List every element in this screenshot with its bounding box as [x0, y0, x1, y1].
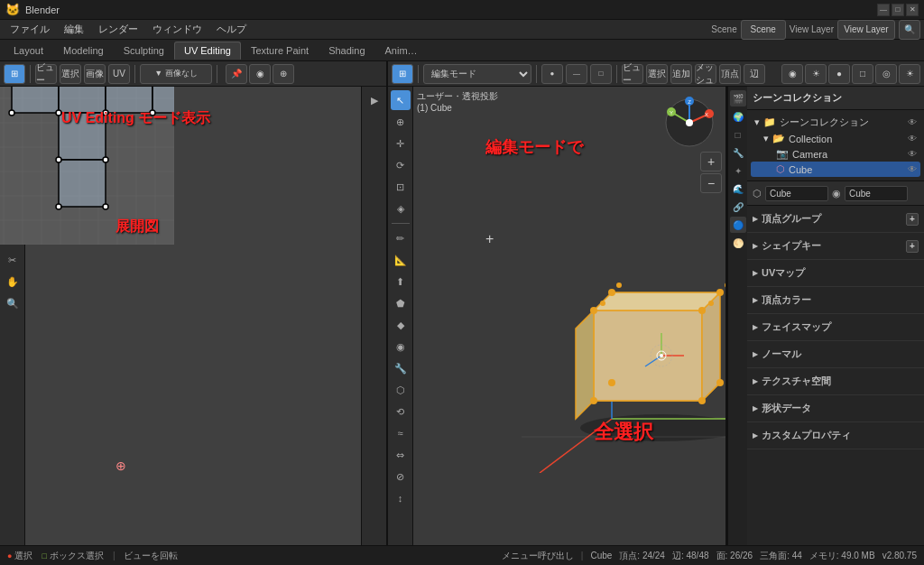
vp-scale-tool[interactable]: ⊡ — [391, 177, 411, 197]
prop-icon-physics[interactable]: 🌊 — [730, 181, 746, 197]
uv-map-toggle[interactable]: ▸ UVマップ — [753, 264, 919, 282]
render-btn[interactable]: ☀ — [899, 64, 920, 84]
uv-select-menu[interactable]: 選択 — [60, 64, 81, 84]
search-button[interactable]: 🔍 — [899, 20, 920, 40]
uv-editor-icon[interactable]: ⊞ — [4, 64, 25, 84]
vp-push-pull-tool[interactable]: ↕ — [391, 488, 411, 508]
normal-toggle[interactable]: ▸ ノーマル — [753, 345, 919, 364]
prop-icon-object[interactable]: □ — [730, 126, 746, 143]
tree-scene[interactable]: ▾ 📁 シーンコレクション 👁 — [751, 114, 920, 131]
viewlayer-select[interactable]: View Layer — [837, 20, 895, 40]
vertex-menu-btn[interactable]: 頂点 — [719, 64, 741, 84]
uv-uv-menu[interactable]: UV — [108, 64, 130, 84]
tab-layout[interactable]: Layout — [4, 42, 53, 60]
xray-btn[interactable]: ☀ — [805, 64, 827, 84]
edit-mode-select[interactable]: 編集モード オブジェクトモード — [423, 64, 531, 84]
vp-cursor-tool[interactable]: ⊕ — [391, 112, 411, 132]
prop-icon-material[interactable]: 🌕 — [730, 235, 746, 251]
prop-icon-data[interactable]: 🔵 — [730, 217, 746, 233]
vp-transform-tool[interactable]: ◈ — [391, 199, 411, 218]
vp-move-tool[interactable]: ✛ — [391, 134, 411, 153]
menu-render[interactable]: レンダー — [92, 21, 144, 38]
vp-smooth-tool[interactable]: ≈ — [391, 423, 411, 443]
object-name-input[interactable] — [765, 186, 828, 201]
vp-edge-slide-tool[interactable]: ⇔ — [391, 445, 411, 465]
vertex-select-btn[interactable]: ● — [541, 64, 563, 84]
face-map-toggle[interactable]: ▸ フェイスマップ — [753, 318, 919, 337]
vp-measure-tool[interactable]: 📐 — [391, 250, 411, 270]
uv-pin-btn[interactable]: 📌 — [226, 64, 247, 84]
uv-image-select[interactable]: ▼ 画像なし — [140, 64, 212, 84]
vp-shrink-tool[interactable]: ⊘ — [391, 467, 411, 486]
collection-visibility-icon[interactable]: 👁 — [908, 134, 917, 144]
vertex-group-add-btn[interactable]: + — [906, 213, 919, 226]
vp-select-tool[interactable]: ↖ — [391, 90, 411, 110]
zoom-in-btn[interactable]: + — [700, 152, 722, 171]
mesh-data-name-input[interactable] — [845, 186, 908, 201]
menu-file[interactable]: ファイル — [4, 21, 56, 38]
tab-uv-editing[interactable]: UV Editing — [174, 42, 241, 60]
prop-icon-modifier[interactable]: 🔧 — [730, 144, 746, 161]
vp-extrude-tool[interactable]: ⬆ — [391, 272, 411, 292]
vp-spin-tool[interactable]: ⟲ — [391, 402, 411, 421]
edge-select-btn[interactable]: — — [566, 64, 587, 84]
face-select-btn[interactable]: □ — [590, 64, 612, 84]
vertex-color-toggle[interactable]: ▸ 頂点カラー — [753, 291, 919, 310]
texture-space-toggle[interactable]: ▸ テクスチャ空間 — [753, 372, 919, 391]
uv-zoom-tool[interactable]: 🔍 — [3, 293, 23, 313]
menu-help[interactable]: ヘルプ — [210, 21, 253, 38]
zoom-out-btn[interactable]: − — [700, 173, 722, 193]
uv-overlay-btn[interactable]: ◉ — [249, 64, 271, 84]
uv-rip-tool[interactable]: ✂ — [3, 250, 23, 270]
tab-modeling[interactable]: Modeling — [53, 42, 114, 60]
maximize-button[interactable]: □ — [892, 4, 904, 16]
vp-poly-build-tool[interactable]: ⬡ — [391, 380, 411, 400]
menu-window[interactable]: ウィンドウ — [146, 21, 208, 38]
scene-visibility-icon[interactable]: 👁 — [908, 117, 917, 127]
uv-canvas[interactable]: UV Editing モード表示 展開図 ⊕ — [25, 87, 361, 545]
tab-texture-paint[interactable]: Texture Paint — [241, 42, 319, 60]
shape-keys-toggle[interactable]: ▸ シェイプキー + — [753, 236, 919, 255]
vp-loop-cut-tool[interactable]: ◉ — [391, 337, 411, 357]
vp-knife-tool[interactable]: 🔧 — [391, 358, 411, 378]
tab-shading[interactable]: Shading — [319, 42, 374, 60]
shape-data-toggle[interactable]: ▸ 形状データ — [753, 399, 919, 418]
uv-hand-tool[interactable]: ✋ — [3, 272, 23, 292]
vp-inset-tool[interactable]: ⬟ — [391, 293, 411, 313]
camera-visibility-icon[interactable]: 👁 — [908, 149, 917, 159]
overlay-btn[interactable]: ◉ — [781, 64, 803, 84]
shape-key-add-btn[interactable]: + — [906, 240, 919, 253]
tree-collection[interactable]: ▾ 📂 Collection 👁 — [751, 131, 920, 146]
vertex-groups-toggle[interactable]: ▸ 頂点グループ + — [753, 209, 919, 228]
select-menu-btn[interactable]: 選択 — [646, 64, 668, 84]
vp-rotate-tool[interactable]: ⟳ — [391, 155, 411, 175]
uv-image-menu[interactable]: 画像 — [84, 64, 106, 84]
prop-icon-constraints[interactable]: 🔗 — [730, 199, 746, 215]
minimize-button[interactable]: — — [877, 4, 890, 16]
tab-anim[interactable]: Anim… — [375, 42, 428, 60]
wire-btn[interactable]: □ — [852, 64, 873, 84]
uv-view-menu[interactable]: ビュー — [35, 64, 57, 84]
uv-npanel-toggle[interactable]: ▶ — [365, 90, 384, 110]
vp-annotate-tool[interactable]: ✏ — [391, 228, 411, 248]
vp-bevel-tool[interactable]: ◆ — [391, 315, 411, 335]
tree-camera[interactable]: 📷 Camera 👁 — [751, 146, 920, 162]
prop-icon-world[interactable]: 🌍 — [730, 108, 746, 125]
cube-visibility-icon[interactable]: 👁 — [908, 164, 917, 174]
tree-cube[interactable]: ⬡ Cube 👁 — [751, 162, 920, 177]
custom-prop-toggle[interactable]: ▸ カスタムプロパティ — [753, 426, 919, 445]
material-btn[interactable]: ◎ — [875, 64, 897, 84]
prop-icon-particles[interactable]: ✦ — [730, 162, 746, 179]
view-menu-btn[interactable]: ビュー — [622, 64, 643, 84]
close-button[interactable]: ✕ — [906, 4, 919, 16]
solid-btn[interactable]: ● — [828, 64, 850, 84]
viewport-icon[interactable]: ⊞ — [392, 64, 413, 84]
scene-select[interactable]: Scene — [741, 20, 786, 40]
menu-edit[interactable]: 編集 — [58, 21, 90, 38]
uv-gizmo-btn[interactable]: ⊕ — [273, 64, 294, 84]
edge-menu-btn2[interactable]: 辺 — [744, 64, 765, 84]
add-menu-btn[interactable]: 追加 — [670, 64, 692, 84]
viewport-gizmo[interactable]: X Y Z — [662, 96, 716, 150]
3d-canvas[interactable]: ユーザー・透視投影 (1) Cube 編集モードで 全選択 + — [413, 87, 725, 545]
mesh-menu-btn[interactable]: メッシュ — [695, 64, 716, 84]
